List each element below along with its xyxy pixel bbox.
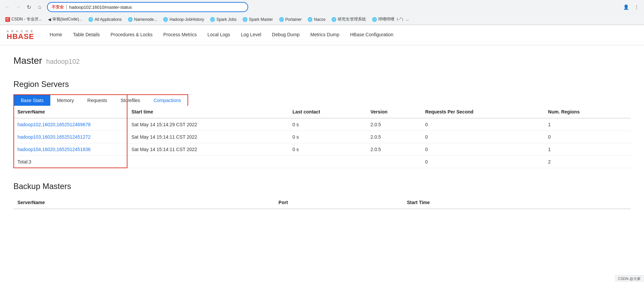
lastcode-icon: ◀ [48,17,51,22]
th-backup-port: Port [274,196,403,209]
spark-jobs-icon: 🌐 [210,17,215,22]
page-title-section: Master hadoop102 [13,55,631,66]
browser-icons: 👤 ⋮ [621,2,641,12]
nav-metrics-dump[interactable]: Metrics Dump [305,25,344,45]
td-total-version [367,156,421,168]
namenode-icon: 🌐 [128,17,133,22]
spark-master-icon: 🌐 [243,17,248,22]
backup-masters-title: Backup Masters [13,182,631,191]
th-num-regions: Num. Regions [544,106,631,118]
bookmark-csdn[interactable]: C CSDN - 专业开... [3,15,45,23]
bookmark-namenode-label: Namenode... [134,17,157,22]
td-server-1: hadoop102,16020,1652512469678 [13,118,127,131]
th-start-time: Start time [127,106,288,118]
nav-debug-dump[interactable]: Debug Dump [267,25,305,45]
td-start-time-1: Sat May 14 15:14:29 CST 2022 [127,118,288,131]
main-content: Master hadoop102 Region ServersBase Stat… [0,45,644,219]
td-last-contact-2: 0 s [288,131,366,143]
td-version-1: 2.0.5 [367,118,421,131]
nav-log-level[interactable]: Log Level [235,25,267,45]
bookmark-spark-master[interactable]: 🌐 Spark Master [240,16,275,23]
td-regions-3: 1 [544,143,631,156]
region-servers-section: Region ServersBase StatsMemoryRequestsSt… [13,80,631,168]
td-last-contact-1: 0 s [288,118,366,131]
bookmark-graduate[interactable]: 🌐 研究生管理系统 [329,15,369,23]
row3-server-link[interactable]: hadoop104,16020,1652512451836 [17,147,91,152]
bookmark-graduate-label: 研究生管理系统 [338,16,366,22]
td-version-3: 2.0.5 [367,143,421,156]
bookmark-lastcode-label: 审视(lastCode)... [52,16,82,22]
status-bar: CSDN @大家 [615,275,644,280]
back-button[interactable]: ← [3,2,12,12]
row2-server-link[interactable]: hadoop103,16020,1652512451272 [17,134,91,140]
menu-icon[interactable]: ⋮ [632,2,641,12]
bookmark-nacos[interactable]: 🌐 Nacos [305,16,328,23]
bookmark-portainer[interactable]: 🌐 Portainer [276,16,305,23]
nav-hbase-configuration[interactable]: HBase Configuration [345,25,399,45]
bookmark-spark-jobs[interactable]: 🌐 Spark Jobs [207,16,239,23]
graduate-icon: 🌐 [331,17,336,22]
tab-memory[interactable]: Memory [50,95,81,106]
total-row-full: Total:3 0 2 [13,156,631,168]
all-apps-icon: 🌐 [88,17,93,22]
row1-server-link[interactable]: hadoop102,16020,1652512469678 [17,122,91,127]
td-server-3: hadoop104,16020,1652512451836 [13,143,127,156]
nav-home[interactable]: Home [44,25,67,45]
backup-masters-table: ServerName Port Start Time [13,196,631,209]
bookmark-all-apps[interactable]: 🌐 All Applications [86,16,124,23]
region-servers-title: Region Servers [13,80,631,89]
browser-chrome: ← → ↻ ⌂ 不安全 | hadoop102:16010/master-sta… [0,0,644,25]
forward-button[interactable]: → [13,2,23,12]
hbase-header: A P A C H E HBASE Home Table Details Pro… [0,25,644,45]
nav-local-logs[interactable]: Local Logs [202,25,235,45]
table-row: hadoop102,16020,1652512469678 Sat May 14… [13,118,631,131]
browser-toolbar: ← → ↻ ⌂ 不安全 | hadoop102:16010/master-sta… [0,0,644,14]
td-regions-1: 1 [544,118,631,131]
bookmark-all-apps-label: All Applications [95,17,122,22]
td-server-2: hadoop103,16020,1652512451272 [13,131,127,143]
td-total-contact [288,156,366,168]
nav-procedures-locks[interactable]: Procedures & Locks [105,25,158,45]
nav-buttons: ← → ↻ ⌂ [3,2,44,12]
address-bar[interactable]: 不安全 | hadoop102:16010/master-status [47,2,248,12]
hbase-nav: Home Table Details Procedures & Locks Pr… [44,25,399,45]
td-regions-2: 0 [544,131,631,143]
td-start-time-2: Sat May 14 15:14:11 CST 2022 [127,131,288,143]
td-last-contact-3: 0 s [288,143,366,156]
hbase-logo: A P A C H E HBASE [7,30,34,40]
portainer-icon: 🌐 [279,17,284,22]
th-backup-server-name: ServerName [13,196,274,209]
tab-compactions[interactable]: Compactions [147,95,188,106]
bookmark-spark-jobs-label: Spark Jobs [216,17,236,22]
bookmark-csdn-label: CSDN - 专业开... [11,16,42,22]
bookmark-nacos-label: Nacos [314,17,325,22]
home-button[interactable]: ⌂ [35,2,44,12]
bookmark-namenode[interactable]: 🌐 Namenode... [125,16,160,23]
bookmarks-bar: C CSDN - 专业开... ◀ 审视(lastCode)... 🌐 All … [0,14,644,25]
tabs-container-styled: Base StatsMemoryRequestsStorefilesCompac… [13,94,188,106]
nav-process-metrics[interactable]: Process Metrics [158,25,202,45]
security-warning: 不安全 [52,4,64,10]
td-total-start [127,156,288,168]
refresh-button[interactable]: ↻ [24,2,34,12]
td-start-time-3: Sat May 14 15:14:11 CST 2022 [127,143,288,156]
nav-table-details[interactable]: Table Details [67,25,105,45]
bookmark-hadoop-jobhistory[interactable]: 🌐 Hadoop-JobHistory [160,16,207,23]
bookmark-lastcode[interactable]: ◀ 审视(lastCode)... [45,15,85,23]
td-version-2: 2.0.5 [367,131,421,143]
tab-requests[interactable]: Requests [80,95,114,106]
th-server-name: ServerName [13,106,127,118]
backup-masters-section: Backup Masters ServerName Port Start Tim… [13,182,631,209]
hbase-text: HBASE [7,33,34,40]
tab-storefiles[interactable]: Storefiles [114,95,147,106]
bookmark-bilibili-label: 哔哩哔哩（-°）... [378,16,409,22]
th-version: Version [367,106,421,118]
nacos-icon: 🌐 [308,17,313,22]
app-container: A P A C H E HBASE Home Table Details Pro… [0,25,644,280]
bookmark-bilibili[interactable]: 🌐 哔哩哔哩（-°）... [369,15,412,23]
bookmark-portainer-label: Portainer [285,17,302,22]
hadoop-jobhistory-icon: 🌐 [163,17,168,22]
profile-icon[interactable]: 👤 [621,2,631,12]
status-text: CSDN @大家 [618,277,641,280]
tab-base-stats[interactable]: Base Stats [14,95,50,106]
